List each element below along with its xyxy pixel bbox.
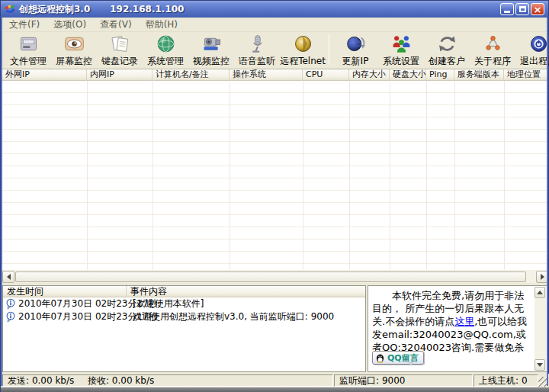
grid-line xyxy=(152,81,153,270)
menu-help[interactable]: 帮助(H) xyxy=(139,17,185,33)
title-bar[interactable]: 创想远程控制3.0 192.168.1.100 × xyxy=(1,1,548,18)
notice-vertical-scrollbar[interactable] xyxy=(535,287,546,371)
menu-options[interactable]: 选项(O) xyxy=(47,17,93,33)
column-header-server-version[interactable]: 服务端版本 xyxy=(454,69,504,81)
scroll-down-button[interactable] xyxy=(535,359,545,371)
exit-icon xyxy=(528,33,549,55)
scroll-left-button[interactable] xyxy=(2,271,14,283)
keylogger-icon xyxy=(109,33,131,55)
video-monitor-icon xyxy=(201,33,223,55)
arrow-down-icon xyxy=(537,363,543,370)
horizontal-scrollbar[interactable] xyxy=(2,270,548,283)
recv-label: 接收: xyxy=(88,375,109,386)
maximize-icon xyxy=(519,6,526,12)
toolbar-label: 键盘记录 xyxy=(101,55,138,68)
column-header-ping[interactable]: Ping xyxy=(426,69,454,81)
toolbar-separator xyxy=(329,34,329,65)
toolbar-button-create-client[interactable]: 创建客户 xyxy=(424,32,470,69)
toolbar-label: 视频监控 xyxy=(193,55,230,68)
info-balloon-icon xyxy=(5,298,16,310)
about-icon xyxy=(482,33,504,55)
toolbar-label: 远程Telnet xyxy=(280,55,326,68)
menu-view[interactable]: 查看(V) xyxy=(93,17,139,33)
column-header-memory[interactable]: 内存大小 xyxy=(349,69,390,81)
app-window: 创想远程控制3.0 192.168.1.100 × 文件(F) 选项(O) 查看… xyxy=(0,0,549,392)
event-log-header: 发生时间 事件内容 xyxy=(3,286,365,297)
log-column-time[interactable]: 发生时间 xyxy=(3,286,127,297)
toolbar-button-screen-monitor[interactable]: 屏幕监控 xyxy=(51,32,97,69)
window-border-left xyxy=(1,18,2,386)
minimize-icon xyxy=(504,11,510,13)
toolbar-button-file-manager[interactable]: 文件管理 xyxy=(5,32,51,69)
column-header-wan-ip[interactable]: 外网IP xyxy=(2,69,87,81)
host-table-header: 外网IP 内网IP 计算机名/备注 操作系统 CPU 内存大小 硬盘大小 Pin… xyxy=(2,69,548,81)
app-logo-icon xyxy=(4,3,16,15)
event-log-panel: 发生时间 事件内容 2010年07月30日 02时23分17秒 [欢迎使用本软件… xyxy=(2,285,366,372)
qq-bubble-tail xyxy=(408,361,414,369)
toolbar-button-update-ip[interactable]: 更新IP xyxy=(332,32,378,69)
grid-line xyxy=(454,81,455,270)
send-value: 0.00 kb/s xyxy=(32,375,74,386)
column-header-lan-ip[interactable]: 内网IP xyxy=(87,69,152,81)
menu-bar: 文件(F) 选项(O) 查看(V) 帮助(H) xyxy=(2,18,548,32)
grid-line xyxy=(426,81,427,270)
log-row[interactable]: 2010年07月30日 02时23分17秒 欢迎使用创想远程控制v3.0, 当前… xyxy=(3,310,365,323)
grid-line xyxy=(504,81,505,270)
window-bottom-edge xyxy=(1,387,549,392)
status-bar: 发送: 0.00 kb/s 接收: 0.00 kb/s 监听端口: 9000 上… xyxy=(1,374,549,387)
online-label: 上线主机: xyxy=(479,375,518,386)
toolbar-label: 创建客户 xyxy=(429,55,465,68)
status-online-hosts: 上线主机: 0 xyxy=(474,374,538,387)
send-label: 发送: xyxy=(8,375,29,386)
menu-file[interactable]: 文件(F) xyxy=(2,17,47,33)
qq-penguin-icon xyxy=(375,353,385,363)
column-header-os[interactable]: 操作系统 xyxy=(230,69,303,81)
notice-here-link[interactable]: 这里 xyxy=(454,316,474,327)
column-header-disk[interactable]: 硬盘大小 xyxy=(390,69,426,81)
update-ip-icon xyxy=(345,33,367,55)
close-button[interactable]: × xyxy=(531,3,544,15)
column-header-location[interactable]: 地理位置 xyxy=(504,69,548,81)
recv-value: 0.00 kb/s xyxy=(112,375,154,386)
toolbar-label: 文件管理 xyxy=(10,55,47,68)
notice-panel: 本软件完全免费,请勿用于非法目的， 所产生的一切后果跟本人无关.不会操作的请点这… xyxy=(368,285,547,372)
toolbar-button-telnet[interactable]: 远程Telnet xyxy=(280,32,326,69)
screen-monitor-icon xyxy=(63,33,85,55)
toolbar-button-system-settings[interactable]: 系统设置 xyxy=(378,32,424,69)
grid-line xyxy=(349,81,350,270)
log-column-content[interactable]: 事件内容 xyxy=(127,286,365,297)
grid-line xyxy=(390,81,390,270)
horizontal-scrollbar-thumb[interactable] xyxy=(15,272,526,282)
scrollbar-track[interactable] xyxy=(535,298,546,359)
arrow-left-icon xyxy=(4,274,11,280)
grid-line xyxy=(303,81,303,270)
voice-monitor-icon xyxy=(246,33,268,55)
maximize-button[interactable] xyxy=(515,3,529,15)
toolbar-label: 系统管理 xyxy=(147,55,184,68)
status-transfer: 发送: 0.00 kb/s 接收: 0.00 kb/s xyxy=(2,374,333,387)
port-value: 9000 xyxy=(382,375,406,386)
toolbar-label: 更新IP xyxy=(342,55,369,68)
port-label: 监听端口: xyxy=(339,375,379,386)
close-icon: × xyxy=(534,5,542,14)
scroll-up-button[interactable] xyxy=(535,287,545,298)
toolbar-label: 系统设置 xyxy=(383,55,419,68)
toolbar-button-voice-monitor[interactable]: 语音监听 xyxy=(234,32,280,69)
toolbar-label: 语音监听 xyxy=(239,55,275,68)
column-header-computer-name[interactable]: 计算机名/备注 xyxy=(152,69,230,81)
toolbar-button-system-manager[interactable]: 系统管理 xyxy=(143,32,188,69)
minimize-button[interactable] xyxy=(500,3,514,15)
column-header-cpu[interactable]: CPU xyxy=(303,69,349,81)
qq-message-button[interactable]: QQ留言 xyxy=(372,351,424,365)
toolbar-button-video-monitor[interactable]: 视频监控 xyxy=(188,32,234,69)
toolbar-button-keylogger[interactable]: 键盘记录 xyxy=(97,32,143,69)
info-balloon-icon xyxy=(5,311,16,323)
toolbar-label: 屏幕监控 xyxy=(56,55,92,68)
toolbar-button-exit[interactable]: 退出程序 xyxy=(515,32,549,69)
grid-line xyxy=(230,81,230,270)
telnet-icon xyxy=(292,33,314,55)
toolbar-button-about[interactable]: 关于程序 xyxy=(470,32,515,69)
host-table-body[interactable] xyxy=(2,81,548,270)
toolbar: 文件管理 屏幕监控 键盘记录 xyxy=(2,32,548,69)
log-row[interactable]: 2010年07月30日 02时23分17秒 [欢迎使用本软件] xyxy=(3,297,365,310)
